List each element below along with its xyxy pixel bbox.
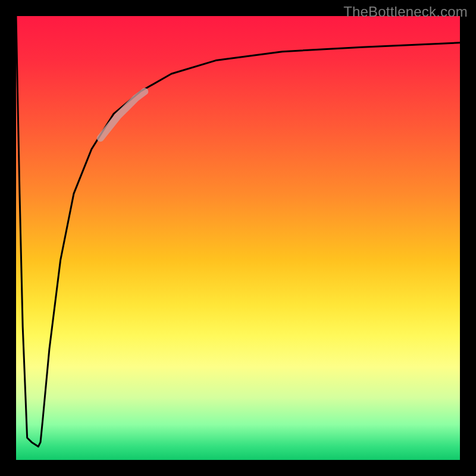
plot-area xyxy=(16,16,460,460)
watermark-text: TheBottleneck.com xyxy=(343,4,468,20)
bottleneck-curve xyxy=(16,16,460,447)
highlight-segment xyxy=(101,92,145,138)
chart-container: TheBottleneck.com xyxy=(0,0,476,476)
curve-layer xyxy=(16,16,460,460)
